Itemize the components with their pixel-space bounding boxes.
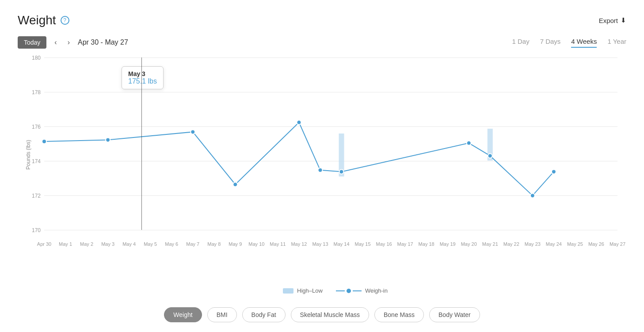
svg-point-7 (318, 168, 322, 172)
x-label-may-20: May 20 (461, 241, 477, 247)
tab-4weeks[interactable]: 4 Weeks (571, 38, 597, 48)
export-button[interactable]: Export ⬇ (599, 16, 626, 24)
crosshair (141, 57, 142, 230)
svg-point-11 (530, 193, 535, 198)
next-button[interactable]: › (65, 37, 72, 48)
legend: High–Low Weigh-in (44, 287, 626, 294)
metric-pills: WeightBMIBody FatSkeletal Muscle MassBon… (18, 307, 626, 322)
svg-point-4 (191, 130, 195, 134)
x-label-may-16: May 16 (376, 241, 392, 247)
svg-point-3 (106, 137, 110, 142)
x-label-may-23: May 23 (525, 241, 541, 247)
title-area: Weight ? (18, 13, 69, 27)
metric-pill-body-fat[interactable]: Body Fat (242, 307, 286, 322)
x-label-may-3: May 3 (101, 241, 114, 247)
x-label-may-26: May 26 (588, 241, 604, 247)
x-label-may-18: May 18 (419, 241, 434, 247)
controls-bar: Today ‹ › Apr 30 - May 27 1 Day 7 Days 4… (18, 36, 626, 49)
legend-high-low-label: High–Low (297, 287, 323, 294)
header: Weight ? Export ⬇ (18, 13, 626, 27)
x-label-may-2: May 2 (80, 241, 93, 247)
metric-pill-weight[interactable]: Weight (164, 307, 202, 322)
prev-button[interactable]: ‹ (52, 37, 59, 48)
x-label-apr-30: Apr 30 (37, 241, 51, 247)
metric-pill-bmi[interactable]: BMI (207, 307, 237, 322)
x-label-may-4: May 4 (122, 241, 136, 247)
svg-point-6 (297, 120, 301, 125)
metric-pill-skeletal-muscle-mass[interactable]: Skeletal Muscle Mass (291, 307, 369, 322)
high-low-bar-icon (283, 288, 293, 294)
chart-inner[interactable]: 180 178 176 174 172 170 May 3 175.1 l (44, 57, 617, 230)
svg-point-8 (339, 169, 344, 174)
chart-svg[interactable] (44, 57, 617, 230)
x-label-may-13: May 13 (312, 241, 328, 247)
help-icon[interactable]: ? (61, 16, 69, 25)
legend-high-low: High–Low (283, 287, 323, 294)
tab-1day[interactable]: 1 Day (512, 38, 529, 48)
svg-point-5 (233, 182, 237, 187)
x-label-may-15: May 15 (355, 241, 371, 247)
weigh-in-line-icon (336, 289, 362, 293)
x-label-may-19: May 19 (440, 241, 456, 247)
y-axis-label: Pounds (lbs) (25, 140, 31, 169)
tab-7days[interactable]: 7 Days (540, 38, 561, 48)
tab-1year[interactable]: 1 Year (607, 38, 626, 48)
x-label-may-10: May 10 (248, 241, 264, 247)
x-label-may-21: May 21 (482, 241, 498, 247)
x-label-may-25: May 25 (567, 241, 583, 247)
x-label-may-6: May 6 (165, 241, 178, 247)
x-label-may-7: May 7 (186, 241, 199, 247)
x-label-may-17: May 17 (397, 241, 413, 247)
grid-line-170: 170 (44, 230, 617, 230)
x-label-may-27: May 27 (610, 241, 625, 247)
x-label-may-9: May 9 (229, 241, 242, 247)
x-label-may-8: May 8 (207, 241, 221, 247)
svg-point-2 (42, 139, 46, 144)
period-tabs: 1 Day 7 Days 4 Weeks 1 Year (512, 38, 626, 48)
x-label-may-14: May 14 (333, 241, 349, 247)
svg-point-9 (467, 141, 471, 145)
page-title: Weight (18, 13, 56, 27)
svg-point-12 (552, 169, 556, 174)
legend-weigh-in-label: Weigh-in (365, 287, 388, 294)
svg-point-10 (488, 153, 492, 158)
metric-pill-bone-mass[interactable]: Bone Mass (374, 307, 424, 322)
metric-pill-body-water[interactable]: Body Water (429, 307, 480, 322)
x-label-may-22: May 22 (503, 241, 519, 247)
date-range: Apr 30 - May 27 (78, 38, 128, 46)
x-label-may-1: May 1 (59, 241, 72, 247)
legend-weigh-in: Weigh-in (336, 287, 388, 294)
x-label-may-24: May 24 (546, 241, 562, 247)
today-button[interactable]: Today (18, 36, 46, 49)
chart-container: Pounds (lbs) 180 178 176 174 172 170 (18, 53, 626, 256)
page: Weight ? Export ⬇ Today ‹ › Apr 30 - May… (0, 0, 644, 332)
x-label-may-12: May 12 (291, 241, 307, 247)
x-label-may-5: May 5 (144, 241, 157, 247)
x-label-may-11: May 11 (270, 241, 286, 247)
